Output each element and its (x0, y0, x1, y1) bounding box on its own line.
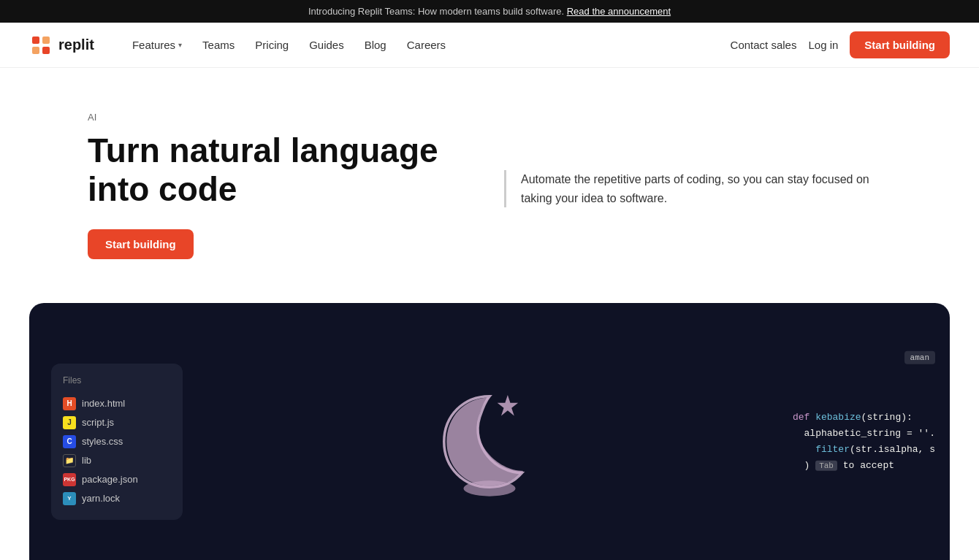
list-item[interactable]: H index.html (63, 394, 171, 413)
nav-blog[interactable]: Blog (356, 34, 395, 55)
svg-rect-2 (32, 47, 39, 54)
hero-left: AI Turn natural language into code Start… (88, 112, 475, 259)
list-item[interactable]: PKG package.json (63, 470, 171, 489)
chevron-down-icon: ▾ (178, 41, 182, 49)
navbar: replit Features ▾ Teams Pricing Guides B… (0, 23, 979, 68)
svg-rect-3 (42, 47, 50, 54)
html-icon: H (63, 397, 76, 410)
nav-teams[interactable]: Teams (194, 34, 243, 55)
nav-features[interactable]: Features ▾ (123, 34, 191, 55)
list-item[interactable]: J script.js (63, 413, 171, 432)
yarn-icon: Y (63, 492, 76, 505)
hero-tag: AI (88, 112, 475, 123)
list-item[interactable]: Y yarn.lock (63, 489, 171, 508)
announcement-text: Introducing Replit Teams: How modern tea… (308, 6, 564, 17)
pkg-icon: PKG (63, 473, 76, 486)
hero-start-building-button[interactable]: Start building (88, 229, 194, 259)
hero-section: AI Turn natural language into code Start… (0, 68, 979, 288)
replit-logo-icon (29, 34, 53, 57)
code-line: def kebabize(string): (793, 410, 935, 426)
tab-hint: Tab (815, 461, 837, 471)
logo-area[interactable]: replit (29, 34, 94, 57)
contact-sales-link[interactable]: Contact sales (731, 39, 797, 51)
svg-rect-1 (42, 37, 50, 44)
logo-text: replit (58, 37, 94, 53)
list-item[interactable]: 📁 lib (63, 451, 171, 470)
moon-star-icon (431, 383, 548, 500)
hero-description: Automate the repetitive parts of coding,… (504, 170, 891, 207)
code-line: alphabetic_string = ''. (793, 426, 935, 442)
nav-links: Features ▾ Teams Pricing Guides Blog Car… (123, 34, 731, 55)
nav-guides[interactable]: Guides (300, 34, 353, 55)
file-name: index.html (82, 398, 125, 409)
file-name: package.json (82, 474, 138, 485)
nav-start-building-button[interactable]: Start building (850, 31, 950, 58)
file-panel-title: Files (63, 375, 171, 386)
file-name: yarn.lock (82, 493, 120, 504)
file-panel: Files H index.html J script.js C styles.… (51, 364, 183, 520)
code-line: filter(str.isalpha, s (793, 442, 935, 458)
announcement-bar: Introducing Replit Teams: How modern tea… (0, 0, 979, 23)
file-name: styles.css (82, 436, 123, 447)
code-panel: aman def kebabize(string): alphabetic_st… (778, 395, 950, 488)
code-line: ) Tab to accept (793, 458, 935, 474)
hero-title: Turn natural language into code (88, 131, 475, 209)
login-link[interactable]: Log in (808, 39, 838, 51)
announcement-link[interactable]: Read the announcement (567, 6, 671, 17)
list-item[interactable]: C styles.css (63, 432, 171, 451)
demo-section: Files H index.html J script.js C styles.… (29, 303, 950, 560)
js-icon: J (63, 416, 76, 429)
code-user-badge: aman (904, 351, 935, 364)
folder-icon: 📁 (63, 454, 76, 467)
css-icon: C (63, 435, 76, 448)
nav-pricing[interactable]: Pricing (246, 34, 297, 55)
ai-icon-center (431, 383, 548, 500)
nav-careers[interactable]: Careers (398, 34, 454, 55)
file-name: script.js (82, 417, 114, 428)
hero-right: Automate the repetitive parts of coding,… (504, 163, 891, 207)
file-name: lib (82, 455, 91, 466)
svg-rect-0 (32, 37, 39, 44)
svg-point-5 (463, 480, 515, 496)
nav-right: Contact sales Log in Start building (731, 31, 950, 58)
svg-marker-4 (498, 395, 518, 415)
